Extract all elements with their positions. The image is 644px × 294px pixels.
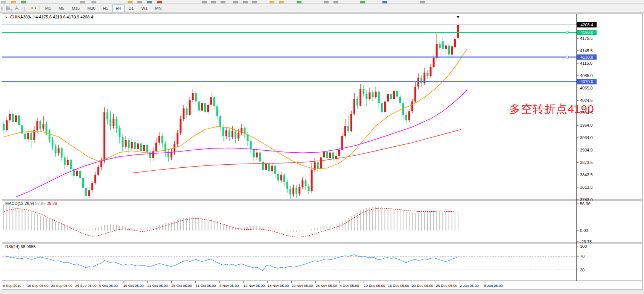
add-chart-icon-fragment <box>360 1 365 3</box>
timeframe-h4-button[interactable]: H4 <box>112 5 124 12</box>
drawing-and-timeframe-toolbar: F A T ✦ ▾ M1 M5 M15 M30 H1 H4 D1 W1 MN <box>0 4 644 13</box>
chevron-down-icon: ▾ <box>35 6 36 10</box>
mt4-application-window: F A T ✦ ▾ M1 M5 M15 M30 H1 H4 D1 W1 MN 4… <box>0 0 644 294</box>
price-axis[interactable]: 4175.54145.54115.04085.04055.04024.53994… <box>577 14 597 281</box>
candle-icon-fragment <box>211 1 216 3</box>
svg-text:3964.0: 3964.0 <box>580 123 593 127</box>
svg-text:-23.78: -23.78 <box>580 239 592 244</box>
autoscroll-icon-fragment <box>252 1 257 3</box>
svg-text:6 Nov 05:00: 6 Nov 05:00 <box>219 283 239 288</box>
draw-icon-fragment <box>128 1 132 3</box>
macd-signal-value: 39.38 <box>47 201 57 206</box>
timeframe-w1-button[interactable]: W1 <box>138 5 151 12</box>
macd-label: MACD(12,26,9) 37.85 39.38 <box>5 201 57 206</box>
macd-main-value: 37.85 <box>35 201 46 206</box>
svg-text:10 Dec 05:00: 10 Dec 05:00 <box>364 283 385 288</box>
timeframe-d1-button[interactable]: D1 <box>125 5 137 12</box>
arrows-icon: ✦ <box>30 5 34 11</box>
svg-text:4208.4: 4208.4 <box>580 23 593 27</box>
chart-canvas[interactable]: 4175.54145.54115.04085.04055.04024.53994… <box>2 14 642 289</box>
blue-level-line-4130-handle[interactable] <box>566 56 568 58</box>
svg-text:16 Dec 05:00: 16 Dec 05:00 <box>388 283 409 288</box>
svg-text:4070.0: 4070.0 <box>580 79 593 84</box>
collapse-triangle-icon[interactable]: ▼ <box>5 16 8 19</box>
time-axis[interactable]: 9 Sep 201916 Sep 05:0020 Sep 05:0026 Sep… <box>3 281 503 288</box>
text-label-tool-button[interactable]: T <box>21 5 29 12</box>
svg-text:18 Nov 05:00: 18 Nov 05:00 <box>268 283 289 288</box>
svg-text:56.36: 56.36 <box>580 202 591 206</box>
chart-title: ▼ CHINA300-,H4 4175.6 4210.6 4170.9 4208… <box>5 15 93 19</box>
moving-average <box>4 49 467 169</box>
svg-text:12 Nov 05:00: 12 Nov 05:00 <box>244 283 265 288</box>
price-annotation-text[interactable]: 多空转折点4190 <box>509 102 594 117</box>
delete-icon-fragment <box>157 1 162 3</box>
toolbar-drag-handle[interactable] <box>1 5 3 12</box>
svg-text:2 Jan 05:00: 2 Jan 05:00 <box>460 283 479 288</box>
new-order-icon-fragment <box>21 1 26 3</box>
svg-text:15 Oct 05:00: 15 Oct 05:00 <box>123 283 144 288</box>
timeframe-m5-button[interactable]: M5 <box>55 5 67 12</box>
macd-name: MACD(12,26,9) <box>5 201 34 206</box>
timeframe-h1-button[interactable]: H1 <box>99 5 111 12</box>
svg-text:25 Oct 05:00: 25 Oct 05:00 <box>171 283 192 288</box>
zoom-icon-fragment <box>11 1 16 3</box>
svg-text:20 Dec 05:00: 20 Dec 05:00 <box>412 283 433 288</box>
candlesticks <box>3 24 459 200</box>
svg-text:4115.0: 4115.0 <box>580 61 592 65</box>
indicator-icon-fragment <box>147 1 152 3</box>
crosshair-icon-fragment <box>91 1 96 3</box>
timeframe-m30-button[interactable]: M30 <box>84 5 99 12</box>
text-a-icon: A <box>15 5 18 11</box>
timeframe-mn-button[interactable]: MN <box>152 5 165 12</box>
svg-text:4130.0: 4130.0 <box>580 55 593 59</box>
svg-text:16 Sep 05:00: 16 Sep 05:00 <box>27 283 49 288</box>
grid-icon-suffix: F <box>11 9 12 12</box>
tile-windows-icon-fragment <box>324 1 329 3</box>
cascade-icon-fragment <box>333 1 338 3</box>
window-bottom-strip <box>0 290 644 294</box>
svg-text:3904.0: 3904.0 <box>580 148 593 152</box>
chart-symbol-period: CHINA300-,H4 <box>10 15 38 19</box>
profiles-icon-fragment <box>297 1 301 3</box>
linechart-icon-fragment <box>221 1 225 3</box>
svg-text:9 Oct 05:00: 9 Oct 05:00 <box>99 283 118 288</box>
svg-text:100: 100 <box>580 244 587 249</box>
timeframe-m1-button[interactable]: M1 <box>42 5 54 12</box>
svg-text:22 Nov 05:00: 22 Nov 05:00 <box>292 283 313 288</box>
svg-text:4190.0: 4190.0 <box>580 30 593 35</box>
svg-text:31 Oct 05:00: 31 Oct 05:00 <box>195 283 216 288</box>
tick-grid-tool-button[interactable]: F <box>4 5 12 12</box>
zoom-out-icon-fragment <box>243 1 248 3</box>
chart-shift-icon-fragment <box>269 1 274 3</box>
svg-text:3873.5: 3873.5 <box>580 160 593 165</box>
green-support-line-handle[interactable] <box>566 31 568 33</box>
arrows-tool-button[interactable]: ✦ ▾ <box>29 5 37 12</box>
timeframe-m15-button[interactable]: M15 <box>69 5 83 12</box>
window-icon-fragment <box>1 1 6 3</box>
grid-icon-fragment <box>420 1 425 3</box>
svg-text:70: 70 <box>580 254 585 259</box>
svg-text:20 Sep 05:00: 20 Sep 05:00 <box>51 283 73 288</box>
svg-text:4175.5: 4175.5 <box>580 36 593 41</box>
rsi-value: 68.9655 <box>21 244 36 249</box>
rsi-name: RSI(14) <box>5 244 20 249</box>
shape-icon-fragment <box>137 1 142 3</box>
svg-text:9 Sep 2019: 9 Sep 2019 <box>3 283 21 288</box>
macd-signal-line <box>4 208 458 237</box>
svg-text:3934.0: 3934.0 <box>580 135 593 140</box>
svg-text:4145.5: 4145.5 <box>580 48 593 53</box>
rsi-line <box>4 255 458 271</box>
svg-text:3813.5: 3813.5 <box>580 185 593 189</box>
svg-text:8 Jan 05:00: 8 Jan 05:00 <box>484 283 503 288</box>
grid-icon: F <box>6 6 10 11</box>
insert-text-tool-button[interactable]: A <box>12 5 21 12</box>
svg-text:3843.5: 3843.5 <box>580 173 593 177</box>
latest-bar-marker-icon <box>457 16 460 18</box>
barchart-icon-fragment <box>202 1 207 3</box>
chart-ohlc-values: 4175.6 4210.6 4170.9 4208.4 <box>39 15 93 19</box>
svg-text:28 Nov 05:00: 28 Nov 05:00 <box>316 283 337 288</box>
rsi-label: RSI(14) 68.9655 <box>5 244 36 249</box>
svg-text:4 Dec 05:00: 4 Dec 05:00 <box>340 283 359 288</box>
svg-text:30: 30 <box>580 268 585 272</box>
templates-icon-fragment <box>279 1 284 3</box>
